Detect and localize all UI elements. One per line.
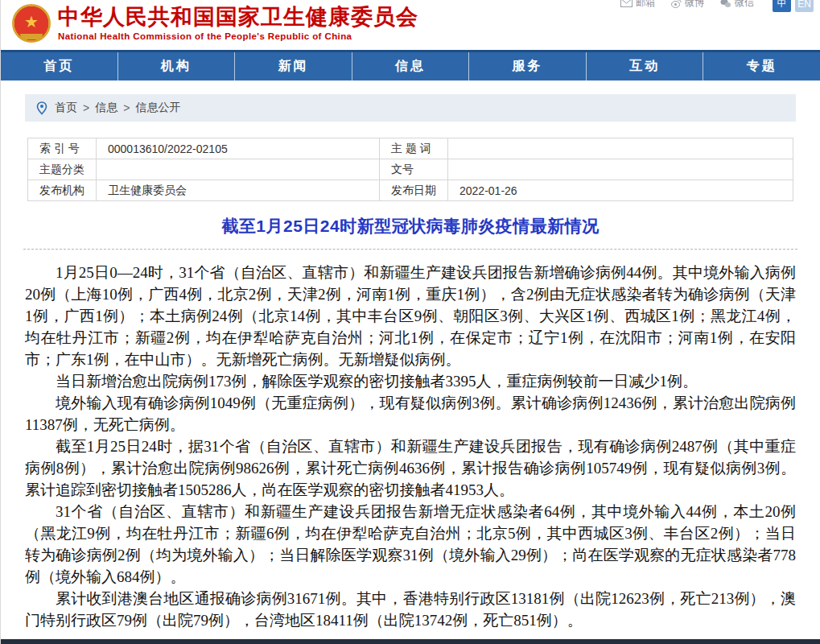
- page-title: 截至1月25日24时新型冠状病毒肺炎疫情最新情况: [33, 214, 788, 238]
- article-paragraph: 31个省（自治区、直辖市）和新疆生产建设兵团报告新增无症状感染者64例，其中境外…: [25, 501, 796, 588]
- meta-value-keywords: [448, 138, 793, 159]
- mail-link[interactable]: 邮箱: [620, 0, 655, 10]
- document-meta-table: 索 引 号 000013610/2022-02105 主 题 词 主题分类 文号…: [27, 138, 793, 201]
- table-row: 索 引 号 000013610/2022-02105 主 题 词: [28, 138, 793, 159]
- quick-links: 邮箱 微博 微信: [620, 0, 754, 10]
- breadcrumb-separator: >: [123, 101, 130, 114]
- footer-bar: [1, 639, 820, 644]
- nav-item-interact[interactable]: 互动: [587, 52, 704, 80]
- nav-item-news[interactable]: 新闻: [235, 52, 352, 80]
- meta-value-doc-number: [448, 159, 793, 180]
- divider: [23, 249, 797, 250]
- wechat-label: 微信: [735, 0, 754, 10]
- breadcrumb-home[interactable]: 首页: [55, 101, 77, 115]
- national-emblem-icon: [12, 4, 51, 43]
- nav-item-org[interactable]: 机构: [118, 52, 236, 80]
- site-title: 中华人民共和国国家卫生健康委员会: [58, 4, 418, 30]
- brand-text: 中华人民共和国国家卫生健康委员会 National Health Commiss…: [58, 2, 418, 41]
- article-paragraph: 境外输入现有确诊病例1049例（无重症病例），现有疑似病例3例。累计确诊病例12…: [25, 392, 796, 436]
- article-paragraph: 当日新增治愈出院病例173例，解除医学观察的密切接触者3395人，重症病例较前一…: [25, 370, 796, 392]
- nav-item-info[interactable]: 信息: [352, 52, 470, 80]
- meta-value-category: [97, 159, 380, 180]
- meta-label-keywords: 主 题 词: [380, 138, 448, 159]
- mail-label: 邮箱: [636, 0, 655, 10]
- site-logo-link[interactable]: 中华人民共和国国家卫生健康委员会 National Health Commiss…: [12, 2, 418, 43]
- site-header: 中华人民共和国国家卫生健康委员会 National Health Commiss…: [1, 0, 820, 50]
- meta-label-doc-number: 文号: [380, 159, 448, 180]
- weibo-icon: [671, 0, 682, 8]
- breadcrumb-separator: >: [83, 101, 89, 114]
- lang-en-button[interactable]: EN: [795, 0, 814, 12]
- meta-label-category: 主题分类: [28, 159, 97, 180]
- meta-value-publish-date: 2022-01-26: [448, 180, 793, 201]
- article-paragraph: 累计收到港澳台地区通报确诊病例31671例。其中，香港特别行政区13181例（出…: [25, 588, 796, 631]
- site-subtitle: National Health Commission of the People…: [58, 31, 418, 41]
- breadcrumb-info-disclosure[interactable]: 信息公开: [135, 101, 180, 115]
- breadcrumb-info[interactable]: 信息: [95, 101, 117, 115]
- lang-zh-button[interactable]: 中: [773, 0, 791, 12]
- language-switch: 中 EN: [773, 0, 814, 12]
- article-paragraph: 截至1月25日24时，据31个省（自治区、直辖市）和新疆生产建设兵团报告，现有确…: [25, 436, 796, 501]
- nav-item-services[interactable]: 服务: [469, 52, 587, 80]
- breadcrumb: 首页 > 信息 > 信息公开: [25, 94, 796, 122]
- meta-value-index-number: 000013610/2022-02105: [97, 138, 380, 159]
- wechat-link[interactable]: 微信: [720, 0, 754, 10]
- meta-label-publish-date: 发布日期: [380, 180, 448, 201]
- location-pin-icon: [36, 101, 47, 115]
- meta-value-publisher: 卫生健康委员会: [97, 180, 380, 201]
- weibo-link[interactable]: 微博: [671, 0, 704, 10]
- mail-icon: [620, 0, 633, 7]
- page: 中华人民共和国国家卫生健康委员会 National Health Commiss…: [0, 0, 820, 644]
- nav-item-home[interactable]: 首页: [1, 52, 118, 80]
- table-row: 主题分类 文号: [28, 159, 793, 180]
- weibo-label: 微博: [685, 0, 704, 10]
- main-nav: 首页 机构 新闻 信息 服务 互动 专题: [1, 50, 820, 80]
- meta-label-index-number: 索 引 号: [28, 138, 97, 159]
- article-paragraph: 1月25日0—24时，31个省（自治区、直辖市）和新疆生产建设兵团报告新增确诊病…: [25, 262, 796, 370]
- meta-label-publisher: 发布机构: [28, 180, 97, 201]
- nav-item-topics[interactable]: 专题: [703, 52, 820, 80]
- article-body: 1月25日0—24时，31个省（自治区、直辖市）和新疆生产建设兵团报告新增确诊病…: [25, 262, 796, 631]
- wechat-icon: [720, 0, 731, 8]
- table-row: 发布机构 卫生健康委员会 发布日期 2022-01-26: [28, 180, 793, 201]
